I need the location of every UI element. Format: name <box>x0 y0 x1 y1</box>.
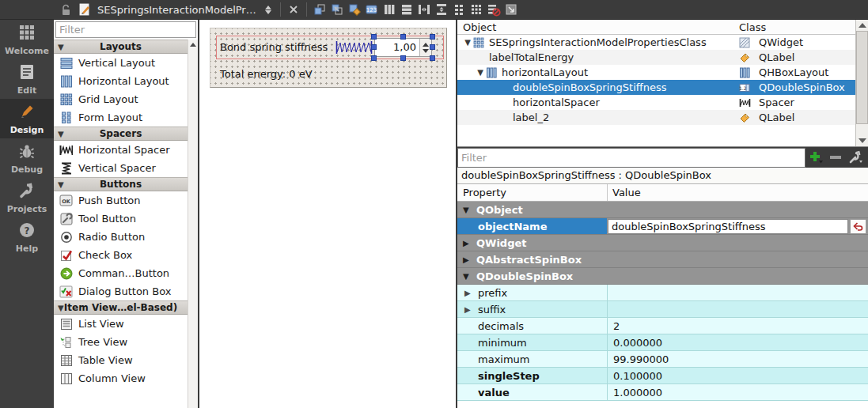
widget-item-table-view[interactable]: Table View <box>54 351 188 369</box>
layout-horizontal-icon[interactable] <box>381 1 398 18</box>
tree-row-horizontal-layout[interactable]: ▼ horizontalLayout QHBoxLayout <box>457 65 855 80</box>
widget-item-grid-layout[interactable]: Grid Layout <box>54 90 188 108</box>
property-value[interactable]: 99.990000 <box>607 351 868 367</box>
sidebar-item-projects[interactable]: Projects <box>0 178 54 217</box>
property-filter-input[interactable] <box>457 148 805 168</box>
widget-item-tool-button[interactable]: Tool Button <box>54 210 188 228</box>
property-row-prefix[interactable]: ▶prefix <box>457 285 868 301</box>
add-property-icon[interactable] <box>805 148 825 167</box>
object-inspector-scrollbar[interactable] <box>855 20 868 146</box>
property-value[interactable]: 0.100000 <box>607 368 868 383</box>
expander-right-icon[interactable]: ▶ <box>464 289 471 297</box>
widget-item-vertical-spacer[interactable]: Vertical Spacer <box>54 159 188 177</box>
form-canvas[interactable]: Bond spring stiffness 1,00 Total energy:… <box>210 28 447 88</box>
layout-grid-icon[interactable] <box>468 1 485 18</box>
widget-item-tree-view[interactable]: Tree View <box>54 333 188 351</box>
widget-box-section-layouts[interactable]: ▼ Layouts <box>54 40 188 54</box>
document-title[interactable]: SESpringsInteractionModelPr… <box>97 4 256 16</box>
spin-down-icon[interactable] <box>423 49 429 53</box>
property-name[interactable]: objectName <box>457 218 607 234</box>
selection-handle[interactable] <box>371 55 377 61</box>
adjust-size-icon[interactable] <box>502 1 520 18</box>
scrollbar-thumb[interactable] <box>856 31 868 124</box>
tree-row-label-2[interactable]: label_2 QLabel <box>457 110 855 125</box>
total-energy-label[interactable]: Total energy: 0 eV <box>220 68 313 80</box>
property-value[interactable]: 0.000000 <box>607 334 868 350</box>
property-row-maximum[interactable]: maximum 99.990000 <box>457 351 868 368</box>
expander-down-icon[interactable]: ▼ <box>475 68 486 77</box>
raise-widget-icon[interactable] <box>311 1 328 18</box>
widget-box-section-spacers[interactable]: ▼ Spacers <box>54 127 188 141</box>
layout-form-icon[interactable] <box>450 1 468 18</box>
scroll-up-icon[interactable] <box>190 43 196 47</box>
remove-property-icon[interactable] <box>825 148 845 167</box>
property-row-value[interactable]: value 1.000000 <box>457 384 868 401</box>
sidebar-item-welcome[interactable]: Welcome <box>0 20 54 59</box>
object-column-header[interactable]: Object <box>457 21 736 33</box>
edit-buddies-icon[interactable] <box>346 1 363 18</box>
widget-item-vertical-layout[interactable]: Vertical Layout <box>54 54 188 72</box>
selection-handle[interactable] <box>430 34 435 40</box>
widget-box-section-item-views[interactable]: ▼ Item View…el-Based) <box>54 300 188 315</box>
widget-item-form-layout[interactable]: Form Layout <box>54 108 188 127</box>
sidebar-item-design[interactable]: Design <box>0 99 54 138</box>
layout-vertical-icon[interactable] <box>398 1 415 18</box>
value-column-header[interactable]: Value <box>607 184 868 201</box>
selection-handle[interactable] <box>371 34 377 40</box>
splitter-vertical-icon[interactable] <box>433 1 450 18</box>
tree-row-root-widget[interactable]: ▼ SESpringsInteractionModelPropertiesCla… <box>457 35 855 50</box>
tree-row-label-total-energy[interactable]: labelTotalEnergy QLabel <box>457 50 855 65</box>
property-row-minimum[interactable]: minimum 0.000000 <box>457 334 868 351</box>
scroll-up-icon[interactable] <box>859 23 866 28</box>
group-row-qabstractspinbox[interactable]: ▶ QAbstractSpinBox <box>457 251 868 268</box>
selection-handle[interactable] <box>430 55 435 61</box>
property-value[interactable] <box>607 285 868 300</box>
widget-item-horizontal-spacer[interactable]: Horizontal Spacer <box>54 141 188 159</box>
sidebar-item-edit[interactable]: Edit <box>0 59 54 99</box>
group-row-qdoublespinbox[interactable]: ▼ QDoubleSpinBox <box>457 268 868 285</box>
close-icon[interactable] <box>285 1 302 18</box>
group-row-qobject[interactable]: ▼ QObject <box>457 202 868 218</box>
objectname-value-field[interactable]: doubleSpinBoxSpringStiffness <box>608 219 848 234</box>
widget-item-command-link-button[interactable]: Comman…Button <box>54 264 188 282</box>
sidebar-item-help[interactable]: ? Help <box>0 217 54 257</box>
property-row-objectname[interactable]: objectName doubleSpinBoxSpringStiffness <box>457 218 868 235</box>
property-value[interactable]: 2 <box>607 318 868 334</box>
bond-stiffness-label[interactable]: Bond spring stiffness <box>220 36 328 59</box>
selection-handle[interactable] <box>400 55 406 61</box>
widget-item-list-view[interactable]: List View <box>54 315 188 333</box>
selection-handle[interactable] <box>430 44 435 50</box>
class-column-header[interactable]: Class <box>736 21 855 33</box>
spin-up-icon[interactable] <box>423 43 429 47</box>
lock-open-icon[interactable] <box>61 3 72 16</box>
property-row-decimals[interactable]: decimals 2 <box>457 318 868 334</box>
configure-wrench-icon[interactable] <box>845 148 865 167</box>
tree-row-horizontal-spacer[interactable]: horizontalSpacer Spacer <box>457 95 855 110</box>
widget-item-dialog-button-box[interactable]: Dialog Button Box <box>54 282 188 300</box>
property-value[interactable] <box>607 301 868 317</box>
expander-down-icon[interactable]: ▼ <box>462 38 473 47</box>
file-form-icon[interactable] <box>78 2 91 17</box>
widget-item-push-button[interactable]: OK Push Button <box>54 191 188 210</box>
expander-right-icon[interactable]: ▶ <box>464 305 471 314</box>
splitter-horizontal-icon[interactable] <box>415 1 433 18</box>
widget-item-radio-button[interactable]: Radio Button <box>54 228 188 246</box>
property-row-suffix[interactable]: ▶suffix <box>457 301 868 318</box>
selection-handle[interactable] <box>371 44 377 50</box>
sidebar-item-debug[interactable]: Debug <box>0 138 54 178</box>
break-layout-icon[interactable] <box>485 1 502 18</box>
widget-box-section-buttons[interactable]: ▼ Buttons <box>54 177 188 191</box>
property-column-header[interactable]: Property <box>457 187 607 198</box>
widget-item-column-view[interactable]: Column View <box>54 369 188 387</box>
widget-item-check-box[interactable]: Check Box <box>54 246 188 264</box>
widget-box-filter-input[interactable] <box>55 21 196 38</box>
horizontal-spacer-widget[interactable] <box>335 40 373 59</box>
property-row-singlestep[interactable]: singleStep 0.100000 <box>457 368 868 384</box>
group-row-qwidget[interactable]: ▶ QWidget <box>457 235 868 251</box>
widget-item-horizontal-layout[interactable]: Horizontal Layout <box>54 72 188 90</box>
widget-box-scrollbar[interactable] <box>188 40 198 408</box>
edit-tab-order-icon[interactable]: 123 <box>363 1 381 18</box>
updown-selector-icon[interactable] <box>265 6 271 14</box>
tree-row-double-spinbox[interactable]: doubleSpinBoxSpringStiffness 1.2 QDouble… <box>457 80 855 95</box>
lower-widget-icon[interactable] <box>328 1 346 18</box>
